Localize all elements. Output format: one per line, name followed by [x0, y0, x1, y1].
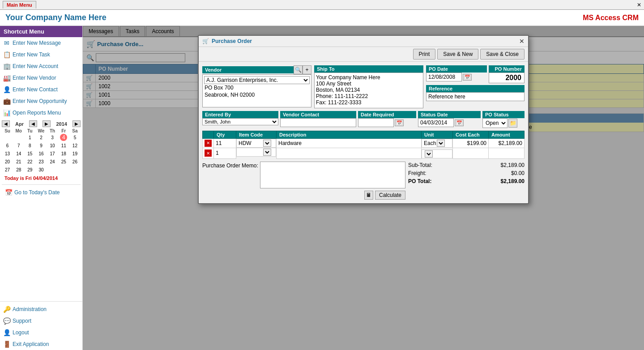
cal-cell[interactable]: 13	[2, 149, 13, 158]
item-code-input-1[interactable]	[239, 140, 263, 146]
vendor-add-button[interactable]: +	[303, 65, 311, 74]
cal-cell[interactable]: 1	[24, 133, 35, 141]
subtotal-value: $2,189.00	[501, 162, 525, 168]
reference-input[interactable]	[426, 92, 525, 101]
unit-select-1[interactable]	[437, 140, 445, 147]
sidebar-item-new-opportunity[interactable]: 💼 Enter New Opportunity	[0, 95, 82, 107]
cal-cell[interactable]: 29	[24, 166, 35, 174]
item-code-input-2[interactable]	[239, 149, 263, 155]
cal-cell[interactable]: 10	[47, 141, 58, 149]
sidebar-item-new-task[interactable]: 📋 Enter New Task	[0, 49, 82, 60]
cal-cell[interactable]: 28	[13, 166, 24, 174]
calculate-button[interactable]: Calculate	[375, 191, 405, 200]
status-date-cal-button[interactable]: 📅	[455, 120, 464, 126]
qty-input-2[interactable]	[216, 150, 234, 156]
vendor-contact-input[interactable]	[280, 118, 356, 127]
cal-cell[interactable]: 7	[13, 141, 24, 149]
sidebar-label-logout: Logout	[13, 329, 29, 336]
sidebar-item-support[interactable]: 💬 Support	[0, 315, 82, 327]
sidebar-item-exit[interactable]: 🚪 Exit Application	[0, 338, 82, 350]
sidebar-item-new-message[interactable]: ✉ Enter New Message	[0, 37, 82, 49]
cal-cell[interactable]: 3	[47, 133, 58, 141]
cal-cell[interactable]: 12	[69, 141, 81, 149]
cal-prev-year[interactable]: ◀	[2, 120, 10, 127]
modal-close-button[interactable]: ✕	[519, 38, 525, 45]
amount-input-2[interactable]	[490, 150, 522, 156]
cal-cell[interactable]: 17	[47, 149, 58, 158]
cost-input-2[interactable]	[455, 150, 486, 156]
amount-input-1[interactable]	[490, 140, 522, 146]
sidebar-item-open-reports[interactable]: 📊 Open Reports Menu	[0, 107, 82, 119]
cal-cell[interactable]: 27	[2, 166, 13, 174]
desc-input-2[interactable]	[278, 150, 419, 156]
po-status-folder-button[interactable]: 📁	[508, 119, 517, 128]
date-required-cal-button[interactable]: 📅	[395, 120, 404, 126]
vendor-search-button[interactable]: 🔍	[294, 65, 303, 74]
cal-cell[interactable]: 15	[24, 149, 35, 158]
cal-cell[interactable]: 9	[35, 141, 47, 149]
item-code-select-1[interactable]	[263, 140, 271, 147]
cal-cell[interactable]: 30	[35, 166, 47, 174]
delete-line-1-button[interactable]: ✕	[205, 140, 212, 147]
cal-prev-month[interactable]: ◀	[29, 120, 37, 127]
cost-input-1[interactable]	[455, 140, 486, 146]
sidebar-item-logout[interactable]: 👤 Logout	[0, 327, 82, 338]
memo-textarea[interactable]	[260, 162, 405, 188]
unit-cell-2	[422, 149, 452, 158]
unit-select-2[interactable]	[425, 150, 433, 158]
print-button[interactable]: Print	[413, 49, 436, 60]
task-icon: 📋	[3, 51, 11, 59]
cal-cell[interactable]: 14	[13, 149, 24, 158]
cal-next-year[interactable]: ▶	[73, 120, 81, 127]
delete-line-2-button[interactable]: ✕	[205, 149, 212, 157]
cal-cell[interactable]: 16	[35, 149, 47, 158]
vendor-select[interactable]: A.J. Garrison Enterprises, Inc.	[204, 76, 310, 84]
status-date-input-row: 📅	[418, 118, 481, 127]
cal-cell[interactable]: 21	[13, 158, 24, 166]
go-today-button[interactable]: 📅 Go to Today's Date	[2, 187, 81, 198]
cal-cell[interactable]: 24	[47, 158, 58, 166]
save-new-button[interactable]: Save & New	[437, 49, 478, 60]
cal-cell[interactable]: 23	[35, 158, 47, 166]
cal-cell[interactable]: 4	[58, 133, 69, 141]
status-date-field: Status Date 📅	[418, 111, 481, 128]
cal-cell[interactable]: 25	[58, 158, 69, 166]
cal-cell[interactable]: 20	[2, 158, 13, 166]
po-total-label: PO Total:	[408, 178, 431, 184]
cal-cell[interactable]: 22	[24, 158, 35, 166]
cal-cell[interactable]: 11	[58, 141, 69, 149]
po-date-cal-button[interactable]: 📅	[463, 74, 472, 81]
cal-cell[interactable]: 19	[69, 149, 81, 158]
vendor-addr1[interactable]	[204, 84, 310, 91]
item-code-select-2[interactable]	[263, 149, 271, 156]
qty-input-1[interactable]	[216, 140, 234, 146]
date-required-field: Date Required 📅	[358, 111, 416, 128]
sidebar-header: Shortcut Menu	[0, 26, 82, 37]
window-close[interactable]: ✕	[637, 2, 641, 8]
cal-next-month[interactable]: ▶	[43, 120, 51, 127]
main-menu-tab[interactable]: Main Menu	[3, 1, 36, 9]
vendor-addr2[interactable]	[204, 91, 310, 98]
po-status-select[interactable]: Open	[482, 118, 508, 128]
status-date-input[interactable]	[418, 118, 454, 127]
memo-calc-icon-button[interactable]: 🖩	[364, 191, 373, 200]
cal-cell[interactable]: 18	[58, 149, 69, 158]
date-required-input[interactable]	[358, 118, 394, 127]
sidebar-item-new-account[interactable]: 🏢 Enter New Account	[0, 60, 82, 72]
cal-cell[interactable]: 8	[24, 141, 35, 149]
entered-by-select[interactable]: Smith, John	[202, 118, 278, 125]
purchase-order-modal: 🛒 Purchase Order ✕ Print Save & New Save…	[198, 35, 529, 204]
cal-cell[interactable]: 2	[35, 133, 47, 141]
vendor-addr3[interactable]	[204, 98, 310, 106]
cal-cell[interactable]: 5	[69, 133, 81, 141]
item-code-cell-1	[236, 139, 276, 148]
cal-cell[interactable]: 26	[69, 158, 81, 166]
desc-input-1[interactable]	[278, 140, 419, 146]
sidebar-item-administration[interactable]: 🔑 Administration	[0, 303, 82, 315]
sidebar-item-new-vendor[interactable]: 🏭 Enter New Vendor	[0, 72, 82, 84]
po-date-input[interactable]	[426, 73, 462, 81]
save-close-button[interactable]: Save & Close	[480, 49, 525, 60]
cal-cell[interactable]: 6	[2, 141, 13, 149]
sidebar-item-new-contact[interactable]: 👤 Enter New Contact	[0, 84, 82, 95]
col-description: Description	[277, 131, 422, 139]
